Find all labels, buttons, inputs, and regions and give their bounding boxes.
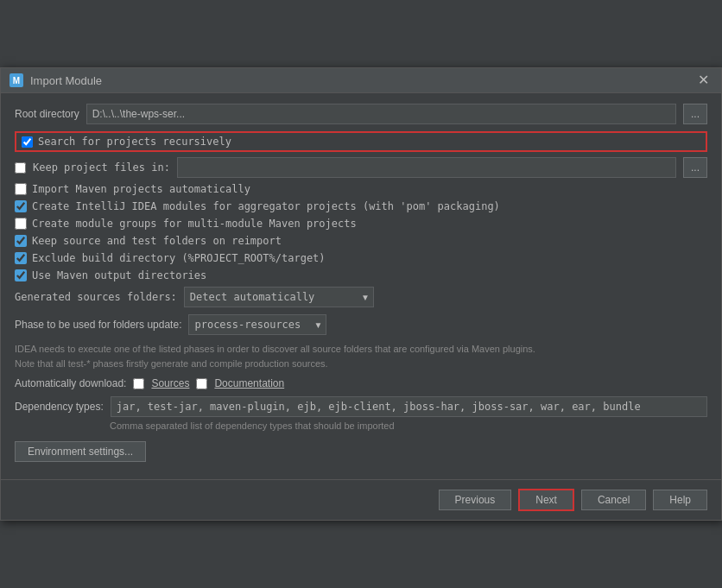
help-button[interactable]: Help	[653, 490, 707, 510]
keep-project-files-label: Keep project files in:	[33, 161, 170, 174]
keep-project-files-row: Keep project files in: ...	[15, 157, 707, 178]
generated-sources-select[interactable]: Detect automatically Generate sources fo…	[184, 287, 374, 307]
search-recursively-row: Search for projects recursively	[15, 131, 707, 152]
root-directory-row: Root directory ...	[15, 104, 707, 124]
info-text-block: IDEA needs to execute one of the listed …	[15, 342, 707, 370]
env-settings-row: Environment settings...	[15, 441, 707, 462]
next-button[interactable]: Next	[518, 489, 574, 511]
keep-source-label: Keep source and test folders on reimport	[32, 235, 282, 247]
generated-sources-select-wrapper: Detect automatically Generate sources fo…	[184, 287, 374, 307]
keep-source-row: Keep source and test folders on reimport	[15, 235, 707, 247]
phase-row: Phase to be used for folders update: pro…	[15, 314, 707, 335]
keep-project-files-checkbox[interactable]	[15, 162, 26, 174]
dialog-title: Import Module	[30, 74, 102, 87]
phase-select-wrapper: process-resources generate-sources gener…	[188, 314, 326, 335]
keep-source-checkbox[interactable]	[15, 235, 27, 247]
root-directory-browse-button[interactable]: ...	[683, 104, 707, 124]
search-recursively-checkbox[interactable]	[22, 136, 33, 148]
keep-project-files-browse-button[interactable]: ...	[683, 157, 707, 178]
dialog-content: Root directory ... Search for projects r…	[1, 93, 721, 479]
import-maven-label: Import Maven projects automatically	[32, 183, 250, 195]
documentation-label: Documentation	[214, 377, 284, 389]
cancel-button[interactable]: Cancel	[581, 490, 646, 510]
create-module-groups-row: Create module groups for multi-module Ma…	[15, 218, 707, 230]
create-module-groups-label: Create module groups for multi-module Ma…	[32, 218, 357, 230]
module-icon: M	[10, 73, 23, 87]
previous-button[interactable]: Previous	[439, 490, 512, 510]
title-bar-left: M Import Module	[10, 73, 102, 87]
auto-download-row: Automatically download: Sources Document…	[15, 377, 707, 389]
info-text-line2: Note that all test-* phases firstly gene…	[15, 357, 707, 371]
dependency-types-hint: Comma separated list of dependency types…	[110, 420, 707, 431]
environment-settings-button[interactable]: Environment settings...	[15, 441, 146, 462]
create-intellij-checkbox[interactable]	[15, 200, 27, 212]
info-text-line1: IDEA needs to execute one of the listed …	[15, 342, 707, 357]
keep-project-files-input[interactable]	[177, 157, 676, 178]
title-bar: M Import Module ✕	[1, 68, 721, 93]
dependency-types-row: Dependency types:	[15, 396, 707, 417]
create-intellij-row: Create IntelliJ IDEA modules for aggrega…	[15, 200, 707, 212]
root-directory-input[interactable]	[86, 104, 676, 124]
search-recursively-label: Search for projects recursively	[38, 136, 231, 148]
sources-label: Sources	[151, 377, 189, 389]
dependency-types-label: Dependency types:	[15, 401, 104, 413]
import-module-dialog: M Import Module ✕ Root directory ... Sea…	[0, 67, 722, 521]
create-module-groups-checkbox[interactable]	[15, 218, 27, 230]
dialog-footer: Previous Next Cancel Help	[1, 479, 721, 520]
dependency-types-input[interactable]	[111, 396, 707, 417]
import-maven-checkbox[interactable]	[15, 183, 27, 195]
auto-download-label: Automatically download:	[15, 377, 126, 389]
use-maven-output-label: Use Maven output directories	[32, 269, 206, 281]
exclude-build-row: Exclude build directory (%PROJECT_ROOT%/…	[15, 252, 707, 264]
use-maven-output-row: Use Maven output directories	[15, 269, 707, 281]
close-button[interactable]: ✕	[694, 73, 712, 87]
root-directory-label: Root directory	[15, 108, 79, 120]
generated-sources-row: Generated sources folders: Detect automa…	[15, 287, 707, 307]
exclude-build-label: Exclude build directory (%PROJECT_ROOT%/…	[32, 252, 326, 264]
create-intellij-label: Create IntelliJ IDEA modules for aggrega…	[32, 200, 500, 212]
documentation-checkbox[interactable]	[196, 378, 207, 389]
exclude-build-checkbox[interactable]	[15, 252, 27, 264]
generated-sources-label: Generated sources folders:	[15, 291, 177, 303]
sources-checkbox[interactable]	[133, 378, 144, 389]
import-maven-row: Import Maven projects automatically	[15, 183, 707, 195]
use-maven-output-checkbox[interactable]	[15, 269, 27, 281]
phase-select[interactable]: process-resources generate-sources gener…	[188, 314, 326, 335]
phase-label: Phase to be used for folders update:	[15, 319, 181, 331]
